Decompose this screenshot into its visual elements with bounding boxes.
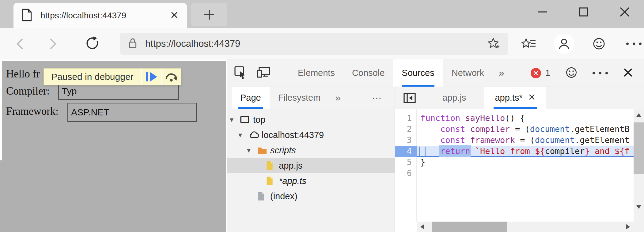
toggle-sidebar-icon[interactable]	[395, 87, 424, 109]
back-button[interactable]	[13, 37, 28, 51]
code-token	[420, 124, 440, 134]
devtools-tab-sources[interactable]: Sources	[393, 59, 443, 87]
file-js-icon	[266, 161, 279, 170]
scrollbar-corner	[634, 222, 644, 232]
window-controls	[536, 5, 632, 19]
devtools-tab-console[interactable]: Console	[343, 59, 393, 87]
settings-more-icon[interactable]	[624, 34, 644, 54]
refresh-button[interactable]	[85, 36, 100, 51]
tree-item-localhost44379[interactable]: ▾localhost:44379	[227, 127, 395, 143]
code-row: 2 const compiler = (document.getElementB	[395, 124, 634, 135]
expander-triangle-icon[interactable]: ▾	[247, 146, 257, 155]
tree-item-label: top	[253, 115, 265, 125]
editor-tab-label: app.js	[442, 93, 466, 103]
favorites-list-icon[interactable]	[519, 34, 539, 54]
step-over-button[interactable]	[161, 69, 181, 85]
toolbar-right-icons	[519, 34, 644, 54]
code-editor[interactable]: 1function sayHello() {2 const compiler =…	[395, 109, 644, 232]
add-favorite-icon[interactable]	[486, 36, 501, 52]
editor-pane: app.jsapp.ts* 1function sayHello() {2 co…	[395, 87, 644, 232]
framework-label: Framework:	[6, 105, 59, 118]
execution-marker	[419, 147, 420, 156]
line-number[interactable]: 6	[395, 168, 417, 179]
scroll-up-arrow[interactable]	[636, 113, 642, 117]
vertical-scrollbar[interactable]	[634, 109, 644, 222]
tree-item-scripts[interactable]: ▾scripts	[227, 143, 395, 158]
horizontal-scroll-thumb[interactable]	[432, 222, 507, 232]
scroll-down-arrow[interactable]	[636, 205, 642, 209]
sources-panel: PageFilesystem » ⋯ ▾top▾localhost:44379▾…	[227, 87, 644, 232]
editor-tab-app.ts[interactable]: app.ts*	[484, 87, 546, 109]
code-token: const	[440, 135, 465, 145]
code-token	[465, 124, 470, 134]
code-line[interactable]	[417, 168, 634, 179]
devtools-close-icon[interactable]	[623, 67, 634, 79]
tree-item-index[interactable]: (index)	[227, 189, 395, 204]
feedback-smiley-icon[interactable]	[589, 34, 609, 54]
browser-toolbar: https://localhost:44379	[0, 28, 644, 59]
tree-item-label: (index)	[270, 191, 297, 201]
devtools-panel: ElementsConsoleSourcesNetwork » 1	[226, 59, 644, 232]
tree-item-top[interactable]: ▾top	[227, 112, 395, 127]
device-emulation-icon[interactable]	[256, 65, 272, 81]
url-text[interactable]: https://localhost:44379	[145, 38, 486, 49]
code-token: = (	[510, 124, 530, 134]
code-token: compiler	[470, 124, 510, 134]
scroll-left-arrow[interactable]	[420, 224, 424, 230]
browser-tab[interactable]: https://localhost:44379	[13, 3, 187, 28]
close-window-button[interactable]	[618, 5, 632, 19]
tab-close-icon[interactable]	[170, 10, 179, 21]
code-token	[465, 135, 470, 145]
code-line[interactable]: function sayHello() {	[417, 113, 634, 124]
maximize-button[interactable]	[577, 5, 591, 19]
tree-item-app.js[interactable]: app.js	[227, 158, 395, 173]
profile-icon[interactable]	[554, 34, 574, 54]
forward-button[interactable]	[45, 37, 59, 51]
code-token: function	[420, 113, 460, 123]
editor-tabs: app.jsapp.ts*	[424, 87, 546, 109]
code-token: compiler	[545, 146, 585, 156]
inspect-element-icon[interactable]	[233, 65, 248, 81]
line-number[interactable]: 4	[395, 146, 417, 157]
editor-tab-label: app.ts*	[495, 93, 522, 103]
devtools-feedback-smiley-icon[interactable]	[565, 66, 578, 80]
code-line[interactable]: return `Hello from ${compiler} and ${f	[417, 146, 634, 157]
code-token: sayHello	[465, 113, 505, 123]
devtools-tab-network[interactable]: Network	[443, 59, 493, 87]
framework-input[interactable]: ASP.NET	[67, 103, 197, 122]
new-tab-button[interactable]	[191, 3, 227, 26]
expander-triangle-icon[interactable]: ▾	[238, 131, 249, 139]
address-bar[interactable]: https://localhost:44379	[120, 33, 508, 55]
line-number[interactable]: 2	[395, 124, 417, 135]
code-token: .getElementB	[570, 124, 630, 134]
code-line[interactable]: }	[417, 157, 634, 168]
sidebar-more-chevron[interactable]: »	[329, 87, 347, 109]
tree-item-label: app.js	[279, 161, 302, 171]
line-number[interactable]: 5	[395, 157, 417, 168]
line-number[interactable]: 1	[395, 113, 417, 124]
line-number[interactable]: 3	[395, 135, 417, 146]
error-icon	[531, 68, 541, 78]
sidebar-menu-icon[interactable]: ⋯	[366, 87, 395, 109]
devtools-menu-icon[interactable]	[593, 72, 608, 74]
code-row: 1function sayHello() {	[395, 113, 634, 124]
resume-script-button[interactable]	[142, 69, 161, 85]
minimize-button[interactable]	[536, 5, 550, 19]
vertical-scroll-thumb[interactable]	[634, 122, 644, 174]
code-line[interactable]: const framework = (document.getElement	[417, 135, 634, 146]
page-viewport: Hello fr Compiler: Typ Framework: ASP.NE…	[0, 59, 226, 232]
code-line[interactable]: const compiler = (document.getElementB	[417, 124, 634, 135]
expander-triangle-icon[interactable]: ▾	[230, 115, 240, 124]
sidebar-tab-page[interactable]: Page	[232, 87, 270, 109]
scroll-right-arrow[interactable]	[626, 224, 630, 230]
more-panels-chevron[interactable]: »	[493, 59, 510, 87]
tree-item-app.ts[interactable]: *app.ts	[227, 173, 395, 189]
close-tab-icon[interactable]	[528, 93, 536, 103]
editor-tab-app.js[interactable]: app.js	[432, 87, 476, 109]
error-badge[interactable]: 1	[531, 68, 550, 78]
sidebar-tab-filesystem[interactable]: Filesystem	[270, 87, 329, 109]
code-token: and	[590, 146, 615, 156]
code-token	[460, 113, 465, 123]
devtools-tab-elements[interactable]: Elements	[289, 59, 343, 87]
horizontal-scrollbar[interactable]	[417, 222, 634, 232]
